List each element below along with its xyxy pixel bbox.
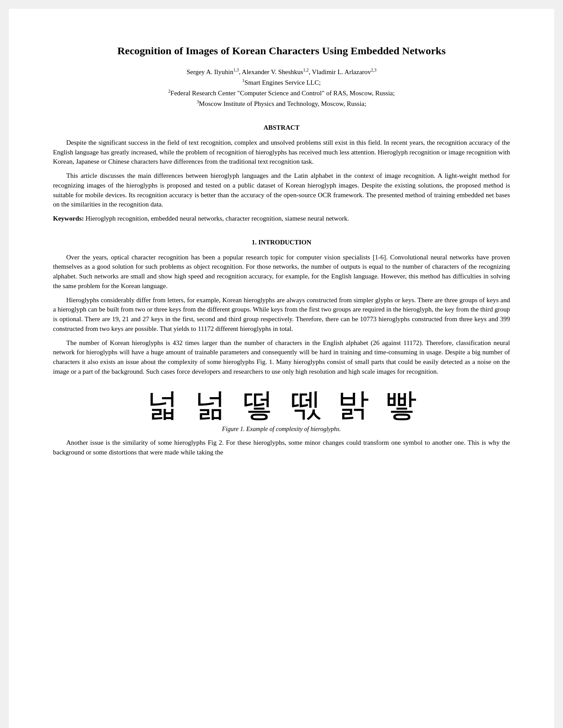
page: Recognition of Images of Korean Characte… bbox=[9, 9, 554, 728]
title-section: Recognition of Images of Korean Characte… bbox=[53, 44, 510, 109]
section1-paragraph-2: Hieroglyphs considerably differ from let… bbox=[53, 296, 510, 334]
korean-char-2: 넒 bbox=[194, 387, 226, 422]
korean-char-6: 빻 bbox=[385, 387, 417, 422]
keywords-label: Keywords: bbox=[53, 215, 84, 222]
korean-char-3: 떻 bbox=[242, 387, 274, 422]
korean-chars-display: 넓 넒 떻 떿 밝 빻 bbox=[53, 387, 510, 422]
affiliation1: 1Smart Engines Service LLC; bbox=[53, 77, 510, 88]
korean-char-1: 넓 bbox=[147, 387, 178, 422]
section1-paragraph-1: Over the years, optical character recogn… bbox=[53, 253, 510, 291]
figure1-container: 넓 넒 떻 떿 밝 빻 Figure 1. Example of complex… bbox=[53, 387, 510, 434]
abstract-heading: ABSTRACT bbox=[53, 123, 510, 133]
korean-char-4: 떿 bbox=[290, 387, 321, 422]
authors-line: Sergey A. Ilyuhin1,3, Alexander V. Shesh… bbox=[53, 67, 510, 77]
main-title: Recognition of Images of Korean Characte… bbox=[53, 44, 510, 58]
affiliation3: 3Moscow Institute of Physics and Technol… bbox=[53, 98, 510, 109]
section1: 1. INTRODUCTION Over the years, optical … bbox=[53, 238, 510, 458]
affiliation2: 2Federal Research Center "Computer Scien… bbox=[53, 88, 510, 98]
abstract-section: ABSTRACT Despite the significant success… bbox=[53, 123, 510, 224]
section1-paragraph-4: Another issue is the similarity of some … bbox=[53, 438, 510, 458]
section1-paragraph-3: The number of Korean hieroglyphs is 432 … bbox=[53, 338, 510, 377]
abstract-paragraph-1: Despite the significant success in the f… bbox=[53, 138, 510, 167]
authors-block: Sergey A. Ilyuhin1,3, Alexander V. Shesh… bbox=[53, 67, 510, 109]
abstract-paragraph-2: This article discusses the main differen… bbox=[53, 171, 510, 210]
figure1-caption: Figure 1. Example of complexity of hiero… bbox=[53, 425, 510, 434]
keywords: Keywords: Hieroglyph recognition, embedd… bbox=[53, 214, 510, 224]
keywords-text: Hieroglyph recognition, embedded neural … bbox=[84, 215, 349, 222]
title-text: Recognition of Images of Korean Characte… bbox=[117, 45, 446, 56]
section1-heading: 1. INTRODUCTION bbox=[53, 238, 510, 248]
korean-char-5: 밝 bbox=[337, 387, 369, 422]
